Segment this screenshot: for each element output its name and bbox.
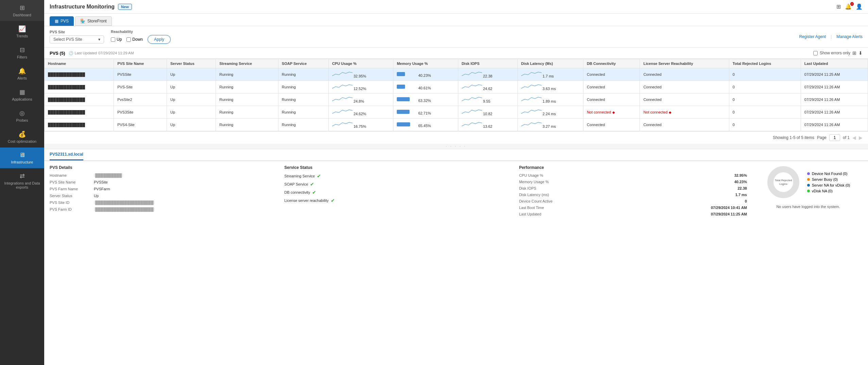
legend-item: vDisk NA (0)	[807, 189, 850, 193]
sidebar-item-dashboard[interactable]: ⊞ Dashboard	[0, 0, 44, 21]
page-header: Infrastructure Monitoring New ⊞ 🔔3 👤	[44, 0, 868, 14]
grid-icon[interactable]: ⊞	[836, 3, 841, 10]
perf-val: 1.7 ms	[735, 193, 747, 197]
col-rejected-logins[interactable]: Total Rejected Logins	[729, 59, 801, 68]
legend-dot	[807, 178, 810, 181]
pvs-site-cell: PvsSite2	[114, 93, 167, 106]
col-disk-latency[interactable]: Disk Latency (Ms)	[517, 59, 583, 68]
columns-icon[interactable]: ⊞	[852, 50, 856, 56]
cpu-cell: 24.62%	[328, 106, 393, 119]
header-icons: ⊞ 🔔3 👤	[836, 3, 863, 10]
table-row[interactable]: ██████████████ PVSSite Up Running Runnin…	[45, 68, 868, 81]
pvs-site-cell: PVSSite	[114, 68, 167, 81]
detail-tab-pvs2311[interactable]: PVS2311.xd.local	[50, 149, 83, 160]
pvs-site-select[interactable]: Select PVS Site ▾	[50, 35, 104, 44]
apply-button[interactable]: Apply	[148, 35, 171, 44]
sidebar-item-alerts[interactable]: 🔔 Alerts	[0, 63, 44, 84]
col-cpu-usage[interactable]: CPU Usage %	[328, 59, 393, 68]
chevron-down-icon: ▾	[98, 37, 100, 42]
connected-status: Connected	[587, 98, 605, 102]
col-db-connectivity[interactable]: DB Connectivity	[583, 59, 640, 68]
showing-label: Showing 1-5 of 5 items	[773, 135, 814, 140]
donut-chart: Total Rejected Logins	[766, 165, 800, 199]
legend-dot	[807, 184, 810, 187]
license-reachability-cell: Not connected ◆	[640, 106, 729, 119]
manage-alerts-link[interactable]: Manage Alerts	[836, 34, 863, 39]
legend-item: Server Busy (0)	[807, 177, 850, 181]
up-radio[interactable]: Up	[111, 37, 122, 42]
cpu-cell: 24.8%	[328, 93, 393, 106]
connected-status: Connected	[587, 72, 605, 76]
perf-key: Memory Usage %	[519, 180, 549, 184]
memory-cell: 65.45%	[393, 119, 458, 131]
download-icon[interactable]: ⬇	[858, 50, 863, 56]
sidebar-item-applications[interactable]: ▦ Applications	[0, 84, 44, 105]
rejected-logins-cell: 0	[729, 68, 801, 81]
disk-latency-cell: 1.89 ms	[517, 93, 583, 106]
connected-license: Connected	[643, 98, 661, 102]
table-row[interactable]: ██████████████ PVS3Site Up Running Runni…	[45, 106, 868, 119]
table-header: Hostname PVS Site Name Server Status Str…	[45, 59, 868, 68]
col-hostname[interactable]: Hostname	[45, 59, 114, 68]
col-soap-service[interactable]: SOAP Service	[278, 59, 328, 68]
service-list: Streaming Service ✔SOAP Service ✔DB conn…	[284, 173, 512, 203]
streaming-cell: Running	[216, 81, 278, 93]
of-label: of 1	[843, 135, 850, 140]
sidebar-item-infrastructure[interactable]: 🖥 Infrastructure	[0, 147, 44, 168]
up-checkbox[interactable]	[111, 37, 115, 42]
perf-row: Device Count Active0	[519, 199, 747, 203]
next-page-button[interactable]: ▶	[859, 135, 863, 140]
prev-page-button[interactable]: ◀	[852, 135, 856, 140]
table-row[interactable]: ██████████████ PVS-Site Up Running Runni…	[45, 81, 868, 93]
sidebar-item-probes[interactable]: ◎ Probes	[0, 105, 44, 126]
soap-cell: Running	[278, 119, 328, 131]
user-icon[interactable]: 👤	[856, 3, 863, 10]
sidebar-item-cost-optimization[interactable]: 💰 Cost optimization	[0, 126, 44, 147]
bar-chart	[397, 97, 417, 102]
performance-title: Performance	[519, 165, 747, 170]
down-radio[interactable]: Down	[126, 37, 143, 42]
spark-line	[332, 71, 353, 77]
page-title: Infrastructure Monitoring	[50, 4, 115, 10]
sidebar-item-integrations[interactable]: ⇄ Integrations and Data exports	[0, 168, 44, 193]
tab-pvs[interactable]: ▦ PVS	[50, 16, 74, 26]
down-checkbox[interactable]	[126, 37, 131, 42]
perf-row: Last Updated07/29/2024 11:25 AM	[519, 212, 747, 216]
sidebar-item-trends[interactable]: 📈 Trends	[0, 21, 44, 42]
pvs-site-label: PVS Site	[50, 30, 104, 34]
col-last-updated[interactable]: Last Updated	[801, 59, 868, 68]
svg-rect-0	[397, 72, 405, 76]
table-row[interactable]: ██████████████ PVS4-Site Up Running Runn…	[45, 119, 868, 131]
table-row[interactable]: ██████████████ PvsSite2 Up Running Runni…	[45, 93, 868, 106]
col-memory-usage[interactable]: Memory Usage %	[393, 59, 458, 68]
table-container: Hostname PVS Site Name Server Status Str…	[44, 59, 868, 131]
detail-pvs-farm-id-row: PVS Farm ID ██████████████████████	[50, 207, 277, 211]
col-disk-iops[interactable]: Disk IOPS	[458, 59, 517, 68]
svg-rect-2	[397, 97, 410, 101]
memory-cell: 40.61%	[393, 81, 458, 93]
last-updated-cell: 07/29/2024 11:26 AM	[801, 119, 868, 131]
col-license-reachability[interactable]: License Server Reachability	[640, 59, 729, 68]
not-connected-status: Not connected ◆	[587, 110, 636, 114]
page-input[interactable]	[829, 134, 840, 141]
sidebar-item-filters[interactable]: ⊟ Filters	[0, 42, 44, 63]
hostname-cell: ██████████████	[45, 93, 114, 106]
perf-key: Disk IOPS	[519, 186, 537, 190]
hostname-cell: ██████████████	[45, 106, 114, 119]
streaming-cell: Running	[216, 119, 278, 131]
rejected-logins-cell: 0	[729, 119, 801, 131]
col-server-status[interactable]: Server Status	[167, 59, 216, 68]
col-pvs-site-name[interactable]: PVS Site Name	[114, 59, 167, 68]
service-label: Streaming Service	[284, 174, 315, 178]
drag-handle[interactable]: · · · · ·	[44, 144, 868, 149]
reachability-filter: Reachability Up Down Apply	[111, 30, 171, 44]
legend-item: Device Not Found (0)	[807, 172, 850, 176]
show-errors-checkbox[interactable]	[813, 51, 818, 55]
tab-storefront[interactable]: 🏪 StoreFront	[75, 16, 112, 26]
storefront-tab-icon: 🏪	[80, 19, 85, 23]
register-agent-link[interactable]: Register Agent	[799, 34, 826, 39]
col-streaming-service[interactable]: Streaming Service	[216, 59, 278, 68]
detail-body: PVS Details Hostname ██████████ PVS Site…	[44, 161, 868, 223]
perf-key: CPU Usage %	[519, 173, 543, 177]
notification-bell-icon[interactable]: 🔔3	[845, 3, 852, 10]
